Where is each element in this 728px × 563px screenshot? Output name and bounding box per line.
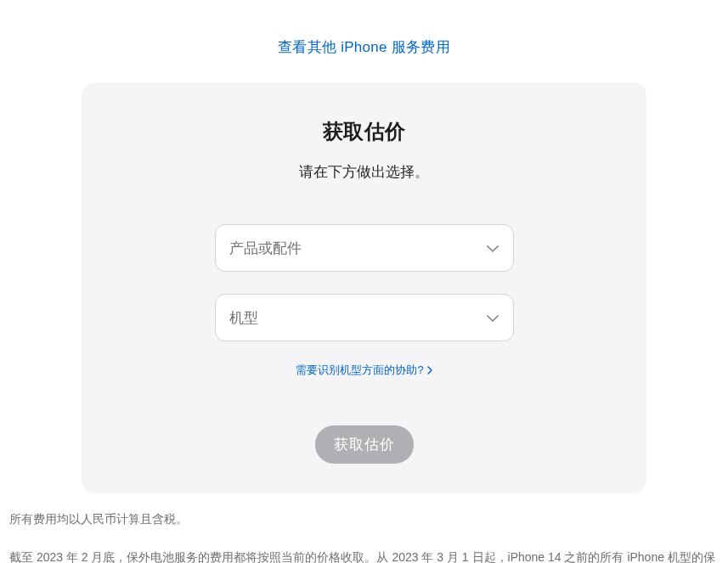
product-select-placeholder: 产品或配件	[229, 239, 302, 258]
identify-model-help-link[interactable]: 需要识别机型方面的协助?	[296, 363, 432, 378]
other-iphone-services-link[interactable]: 查看其他 iPhone 服务费用	[278, 39, 450, 55]
card-subtitle: 请在下方做出选择。	[133, 162, 595, 182]
product-select-wrapper: 产品或配件	[215, 224, 514, 272]
model-select-placeholder: 机型	[229, 308, 258, 328]
footer-tax-note: 所有费用均以人民币计算且含税。	[9, 512, 719, 527]
model-select[interactable]: 机型	[215, 294, 514, 341]
help-link-label: 需要识别机型方面的协助?	[296, 363, 423, 378]
chevron-right-icon	[427, 364, 432, 377]
top-link-row: 查看其他 iPhone 服务费用	[8, 0, 720, 82]
get-estimate-button[interactable]: 获取估价	[315, 425, 414, 464]
footer-text-block: 所有费用均以人民币计算且含税。 截至 2023 年 2 月底，保外电池服务的费用…	[9, 493, 719, 563]
estimate-card: 获取估价 请在下方做出选择。 产品或配件 机型	[82, 82, 646, 493]
footer-price-change-note: 截至 2023 年 2 月底，保外电池服务的费用都将按照当前的价格收取。从 20…	[9, 546, 719, 563]
card-title: 获取估价	[133, 118, 595, 145]
footer-line2-text: 截至 2023 年 2 月底，保外电池服务的费用都将按照当前的价格收取。从 20…	[9, 550, 715, 563]
product-select[interactable]: 产品或配件	[215, 224, 514, 272]
model-select-wrapper: 机型	[215, 294, 514, 341]
help-link-row: 需要识别机型方面的协助?	[133, 362, 595, 378]
